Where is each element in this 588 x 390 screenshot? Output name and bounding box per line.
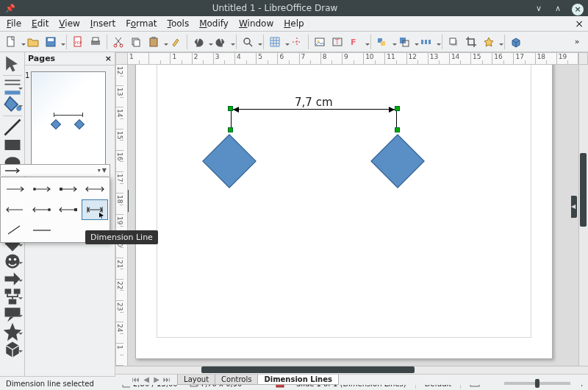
arrow-option-line-starts-arrow[interactable] — [2, 199, 29, 220]
horizontal-scrollbar[interactable] — [115, 366, 588, 374]
arrow-option-line-square-arrow[interactable] — [55, 179, 82, 199]
menu-window[interactable]: Window — [234, 16, 279, 31]
svg-text:T: T — [334, 38, 340, 46]
grid-button[interactable] — [266, 33, 288, 51]
zoom-slider[interactable] — [504, 382, 570, 385]
undo-button[interactable] — [190, 33, 212, 51]
shadow-button[interactable] — [445, 33, 462, 51]
svg-rect-6 — [93, 38, 98, 41]
arrow-picker-header[interactable]: ▾▼ — [0, 164, 110, 176]
helplines-button[interactable] — [288, 33, 306, 51]
svg-point-29 — [16, 106, 21, 111]
align-button[interactable] — [373, 33, 395, 51]
tab-dimension[interactable]: Dimension Lines — [257, 375, 339, 385]
arrow-option-line-arrow-circle[interactable] — [29, 199, 55, 220]
save-button[interactable] — [42, 33, 64, 51]
line-color-tool[interactable] — [2, 78, 23, 96]
right-panel-handle[interactable] — [571, 196, 577, 218]
svg-rect-0 — [7, 37, 14, 46]
cut-button[interactable] — [110, 33, 127, 51]
minimize-button[interactable]: ∨ — [529, 0, 548, 16]
svg-rect-37 — [4, 289, 11, 294]
titlebar: 📌 Untitled 1 - LibreOffice Draw ∨ ∧ × — [0, 0, 588, 16]
svg-rect-38 — [13, 289, 20, 294]
selection-handle[interactable] — [395, 127, 400, 132]
tab-nav-next[interactable]: ▶ — [151, 375, 162, 385]
overflow-button[interactable]: » — [568, 33, 586, 51]
menu-tools[interactable]: Tools — [162, 16, 195, 31]
selection-handle[interactable] — [228, 127, 233, 132]
textbox-button[interactable]: T — [329, 33, 346, 51]
filter-button[interactable] — [480, 33, 502, 51]
vertical-scrollbar[interactable] — [578, 65, 588, 366]
page-thumbnail[interactable] — [31, 71, 106, 166]
horizontal-ruler[interactable]: 112345678910111213141516171819 — [128, 52, 578, 65]
tab-layout[interactable]: Layout — [177, 375, 215, 385]
menu-edit[interactable]: Edit — [26, 16, 54, 31]
draw-area: 112345678910111213141516171819 121314151… — [115, 52, 588, 376]
doc-close-button[interactable]: × — [575, 18, 584, 29]
arrow-option-line-arrow-square[interactable] — [55, 199, 82, 220]
zoom-button[interactable] — [239, 33, 261, 51]
svg-point-13 — [244, 38, 250, 44]
3d-tool[interactable] — [2, 341, 23, 358]
tab-controls[interactable]: Controls — [215, 375, 258, 385]
arrow-option-line-arrows[interactable] — [82, 179, 108, 199]
selection-handle[interactable] — [395, 106, 400, 111]
paste-button[interactable] — [145, 33, 167, 51]
menu-insert[interactable]: Insert — [85, 16, 121, 31]
rectangle-tool[interactable] — [2, 136, 23, 154]
arrange-button[interactable] — [395, 33, 417, 51]
select-tool[interactable] — [2, 55, 23, 73]
clone-button[interactable] — [167, 33, 184, 51]
svg-rect-12 — [151, 37, 156, 39]
tab-nav-last[interactable]: ⏭ — [162, 375, 172, 385]
flowchart-tool[interactable] — [2, 288, 23, 305]
pin-icon[interactable]: 📌 — [0, 4, 21, 13]
svg-rect-23 — [421, 40, 423, 44]
redo-button[interactable] — [212, 33, 234, 51]
image-button[interactable] — [311, 33, 329, 51]
line-tool[interactable] — [2, 118, 23, 136]
block-arrows-tool[interactable] — [2, 270, 23, 288]
svg-text:PDF: PDF — [75, 40, 82, 45]
vertical-ruler[interactable]: 121314151617181920212223241 — [115, 65, 128, 366]
extrusion-button[interactable] — [507, 33, 525, 51]
menu-help[interactable]: Help — [279, 16, 309, 31]
star-tool[interactable] — [2, 323, 23, 341]
menubar: File Edit View Insert Format Tools Modif… — [0, 16, 588, 32]
arrow-option-line-circle-arrow[interactable] — [29, 179, 55, 199]
export-pdf-button[interactable]: PDF — [69, 33, 87, 51]
maximize-button[interactable]: ∧ — [548, 0, 567, 16]
fontwork-button[interactable]: F — [346, 33, 368, 51]
copy-button[interactable] — [127, 33, 145, 51]
fill-color-tool[interactable] — [2, 96, 23, 113]
svg-rect-42 — [60, 188, 62, 191]
selection-handle[interactable] — [228, 106, 233, 111]
left-panel-handle[interactable] — [128, 190, 129, 212]
svg-rect-2 — [48, 38, 54, 41]
arrow-option-line-ends-arrow[interactable] — [2, 179, 29, 199]
arrow-option-line-45[interactable] — [2, 220, 29, 241]
pages-panel-close[interactable]: × — [105, 54, 112, 63]
menu-view[interactable]: View — [54, 16, 85, 31]
callout-tool[interactable] — [2, 305, 23, 323]
tab-nav-first[interactable]: ⏮ — [131, 375, 141, 385]
distribute-button[interactable] — [417, 33, 440, 51]
svg-rect-30 — [4, 140, 20, 150]
symbol-shapes-tool[interactable] — [2, 252, 23, 270]
tab-nav-prev[interactable]: ◀ — [141, 375, 151, 385]
arrow-option-line[interactable] — [29, 220, 55, 241]
canvas-viewport[interactable]: 7,7 cm — [128, 65, 578, 366]
new-button[interactable] — [2, 33, 24, 51]
menu-file[interactable]: File — [1, 16, 26, 31]
menu-modify[interactable]: Modify — [194, 16, 234, 31]
close-button[interactable]: × — [572, 4, 584, 15]
dimension-line[interactable] — [231, 109, 397, 110]
open-button[interactable] — [24, 33, 42, 51]
print-button[interactable] — [87, 33, 104, 51]
crop-button[interactable] — [462, 33, 480, 51]
svg-rect-25 — [429, 40, 431, 44]
arrow-option-dimension-line[interactable] — [82, 199, 108, 220]
menu-format[interactable]: Format — [121, 16, 162, 31]
